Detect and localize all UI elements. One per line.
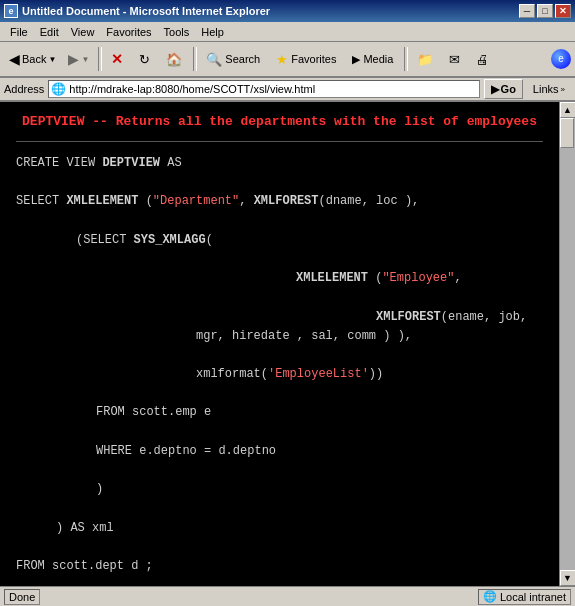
back-dropdown-icon: ▼	[48, 55, 56, 64]
refresh-icon: ↻	[139, 52, 150, 67]
mail-button[interactable]: ✉	[442, 45, 467, 73]
refresh-button[interactable]: ↻	[132, 45, 157, 73]
print-button[interactable]: 🖨	[469, 45, 496, 73]
maximize-button[interactable]: □	[537, 4, 553, 18]
back-button[interactable]: ◀ Back ▼	[4, 45, 61, 73]
page-icon: 🌐	[51, 82, 66, 96]
go-arrow-icon: ▶	[491, 83, 499, 96]
links-label: Links	[533, 83, 559, 95]
vertical-scrollbar: ▲ ▼	[559, 102, 575, 586]
zone-label: Local intranet	[500, 591, 566, 603]
home-icon: 🏠	[166, 52, 182, 67]
code-line: )	[16, 480, 543, 499]
code-line: xmlformat('EmployeeList'))	[16, 365, 543, 384]
code-line: ) AS xml	[16, 519, 543, 538]
separator-1	[98, 47, 99, 71]
scroll-thumb[interactable]	[560, 118, 574, 148]
go-button[interactable]: ▶ Go	[484, 79, 523, 99]
address-bar: Address 🌐 ▶ Go Links »	[0, 78, 575, 102]
menu-file[interactable]: File	[4, 24, 34, 40]
ie-logo: e	[551, 49, 571, 69]
address-input[interactable]	[69, 83, 476, 95]
menu-tools[interactable]: Tools	[158, 24, 196, 40]
code-line: FROM scott.emp e	[16, 403, 543, 422]
content-area: DEPTVIEW -- Returns all the departments …	[0, 102, 575, 586]
separator-1b	[101, 47, 102, 71]
favorites-button[interactable]: ★ Favorites	[269, 45, 343, 73]
code-line	[16, 423, 543, 442]
done-label: Done	[9, 591, 35, 603]
code-line	[16, 212, 543, 231]
code-line: SELECT XMLELEMENT ("Department", XMLFORE…	[16, 192, 543, 211]
separator-2b	[196, 47, 197, 71]
app-icon: e	[4, 4, 18, 18]
links-chevron-icon: »	[561, 85, 565, 94]
menu-view[interactable]: View	[65, 24, 101, 40]
status-done: Done	[4, 589, 40, 605]
media-button[interactable]: ▶ Media	[345, 45, 400, 73]
page-title: DEPTVIEW -- Returns all the departments …	[16, 114, 543, 129]
search-button[interactable]: 🔍 Search	[199, 45, 267, 73]
scroll-track[interactable]	[560, 118, 575, 570]
go-label: Go	[501, 83, 516, 95]
code-block: CREATE VIEW DEPTVIEW AS SELECT XMLELEMEN…	[16, 154, 543, 576]
media-label: Media	[363, 53, 393, 65]
code-line	[16, 499, 543, 518]
scroll-up-button[interactable]: ▲	[560, 102, 576, 118]
address-label: Address	[4, 83, 44, 95]
media-icon: ▶	[352, 53, 360, 66]
search-label: Search	[225, 53, 260, 65]
code-line: mgr, hiredate , sal, comm ) ),	[16, 327, 543, 346]
back-label: Back	[22, 53, 46, 65]
menu-edit[interactable]: Edit	[34, 24, 65, 40]
favorites-label: Favorites	[291, 53, 336, 65]
code-line: CREATE VIEW DEPTVIEW AS	[16, 154, 543, 173]
search-icon: 🔍	[206, 52, 222, 67]
close-button[interactable]: ✕	[555, 4, 571, 18]
code-line	[16, 173, 543, 192]
code-line	[16, 346, 543, 365]
code-line	[16, 461, 543, 480]
code-line: FROM scott.dept d ;	[16, 557, 543, 576]
code-line	[16, 538, 543, 557]
forward-button[interactable]: ▶ ▼	[63, 45, 94, 73]
mail-icon: ✉	[449, 52, 460, 67]
toolbar: ◀ Back ▼ ▶ ▼ ✕ ↻ 🏠 🔍 Search ★ Favorites …	[0, 42, 575, 78]
menu-favorites[interactable]: Favorites	[100, 24, 157, 40]
status-bar: Done 🌐 Local intranet	[0, 586, 575, 606]
forward-arrow-icon: ▶	[68, 51, 79, 67]
code-line: XMLELEMENT ("Employee",	[16, 269, 543, 288]
separator-3b	[407, 47, 408, 71]
stop-icon: ✕	[111, 51, 123, 67]
address-input-wrap[interactable]: 🌐	[48, 80, 479, 98]
back-arrow-icon: ◀	[9, 51, 20, 67]
title-bar: e Untitled Document - Microsoft Internet…	[0, 0, 575, 22]
links-button[interactable]: Links »	[527, 79, 571, 99]
code-line	[16, 288, 543, 307]
code-line	[16, 250, 543, 269]
status-zone: 🌐 Local intranet	[478, 589, 571, 605]
print-icon: 🖨	[476, 52, 489, 67]
separator-2	[193, 47, 194, 71]
code-line: WHERE e.deptno = d.deptno	[16, 442, 543, 461]
menu-bar: File Edit View Favorites Tools Help	[0, 22, 575, 42]
minimize-button[interactable]: ─	[519, 4, 535, 18]
divider	[16, 141, 543, 142]
main-content: DEPTVIEW -- Returns all the departments …	[0, 102, 559, 586]
window-title: Untitled Document - Microsoft Internet E…	[22, 5, 270, 17]
forward-dropdown-icon: ▼	[81, 55, 89, 64]
scroll-down-button[interactable]: ▼	[560, 570, 576, 586]
separator-3	[404, 47, 405, 71]
globe-icon: 🌐	[483, 590, 497, 603]
code-line: XMLFOREST(ename, job,	[16, 308, 543, 327]
code-line: (SELECT SYS_XMLAGG(	[16, 231, 543, 250]
star-icon: ★	[276, 52, 288, 67]
menu-help[interactable]: Help	[195, 24, 230, 40]
stop-button[interactable]: ✕	[104, 45, 130, 73]
history-button[interactable]: 📁	[410, 45, 440, 73]
home-button[interactable]: 🏠	[159, 45, 189, 73]
code-line	[16, 384, 543, 403]
history-icon: 📁	[417, 52, 433, 67]
